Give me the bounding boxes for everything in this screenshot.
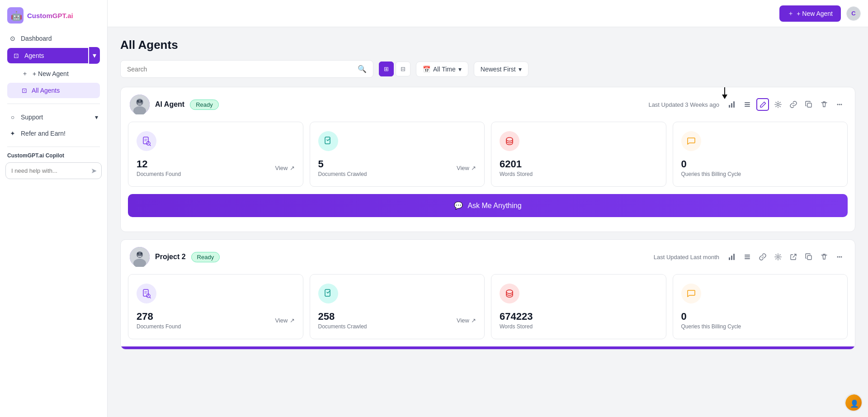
stat-number-2: 278 xyxy=(137,311,181,322)
sidebar-nav: ⊙ Dashboard xyxy=(0,31,107,46)
copy-icon-btn-2[interactable] xyxy=(802,251,815,263)
send-icon[interactable]: ➤ xyxy=(91,166,97,175)
svg-point-26 xyxy=(506,137,513,141)
stat-card-docs-found: 12 Documents Found View ↗ xyxy=(128,122,303,187)
sidebar-item-refer[interactable]: ✦ Refer and Earn! xyxy=(4,126,104,141)
support-label: Support xyxy=(21,114,43,121)
external-link-icon-2 xyxy=(790,253,797,261)
svg-rect-9 xyxy=(729,105,730,108)
svg-point-42 xyxy=(839,256,840,258)
svg-rect-11 xyxy=(733,101,735,108)
stats-icon-btn-2[interactable] xyxy=(726,251,738,263)
more-icon-btn-2[interactable] xyxy=(833,251,846,263)
svg-point-43 xyxy=(841,256,842,258)
support-chevron-icon: ▾ xyxy=(95,114,98,121)
sidebar: 🤖 CustomGPT.ai ⊙ Dashboard ⊡ Agents ▾ ＋ … xyxy=(0,0,108,417)
list-view-button[interactable]: ⊞ xyxy=(379,62,394,76)
svg-line-46 xyxy=(150,297,151,298)
bottom-user-avatar[interactable]: 👤 xyxy=(844,393,863,412)
arrow-line xyxy=(724,87,725,95)
stat-number-words: 6201 xyxy=(500,158,658,170)
view-link-crawled-2[interactable]: View ↗ xyxy=(457,317,476,324)
settings-icon-btn[interactable] xyxy=(772,98,784,111)
list-icon xyxy=(744,101,751,108)
svg-rect-31 xyxy=(138,256,142,257)
sidebar-item-dashboard[interactable]: ⊙ Dashboard xyxy=(4,31,104,46)
copy-icon-btn[interactable] xyxy=(802,98,815,111)
agent-card-header: AI Agent Ready Last Updated 3 Weeks ago xyxy=(121,87,855,122)
stat-icon-wrap xyxy=(137,131,156,151)
svg-rect-30 xyxy=(141,252,142,255)
svg-rect-40 xyxy=(807,256,811,260)
trash-icon-btn[interactable] xyxy=(818,98,830,111)
ask-me-anything-banner[interactable]: 💬 Ask Me Anything xyxy=(128,194,848,217)
dashboard-icon: ⊙ xyxy=(9,35,16,42)
edit-icon-btn[interactable] xyxy=(756,98,769,111)
stats-icon-btn[interactable] xyxy=(726,98,738,111)
link-icon-btn-2[interactable] xyxy=(756,251,769,263)
view-link-crawled[interactable]: View ↗ xyxy=(457,165,476,171)
sort-filter-button[interactable]: Newest First ▾ xyxy=(474,62,528,77)
stat-number-crawled-2: 258 xyxy=(318,311,367,322)
user-avatar[interactable]: C xyxy=(846,6,861,21)
agent-info-2: Project 2 Ready xyxy=(130,247,220,267)
time-filter-button[interactable]: 📅 All Time ▾ xyxy=(416,62,468,77)
agent-stats-row: 12 Documents Found View ↗ xyxy=(121,122,855,194)
agent-info: AI Agent Ready xyxy=(130,95,219,114)
dashboard-label: Dashboard xyxy=(21,35,52,42)
grid-view-button[interactable]: ⊟ xyxy=(396,62,410,76)
list-icon-btn-2[interactable] xyxy=(741,251,754,263)
new-agent-button[interactable]: ＋ + New Agent xyxy=(779,5,841,22)
refer-icon: ✦ xyxy=(9,130,16,137)
link-icon-btn[interactable] xyxy=(787,98,800,111)
svg-text:🤖: 🤖 xyxy=(11,10,22,21)
svg-rect-34 xyxy=(731,256,732,260)
settings-icon-btn-2[interactable] xyxy=(772,251,784,263)
sidebar-item-agents[interactable]: ⊡ Agents xyxy=(7,48,88,63)
sidebar-item-new-agent[interactable]: ＋ + New Agent xyxy=(7,66,100,82)
svg-rect-38 xyxy=(745,258,750,259)
trash-icon-btn-2[interactable] xyxy=(818,251,830,263)
more-icon-btn[interactable] xyxy=(833,98,846,111)
search-wrap[interactable]: 🔍 xyxy=(120,60,373,78)
external-link-btn-2[interactable] xyxy=(787,251,800,263)
ext-icon-crawled-2: ↗ xyxy=(471,317,476,324)
copilot-input[interactable] xyxy=(11,167,87,174)
external-link-icon-crawled: ↗ xyxy=(471,165,476,171)
stat-card-queries: 0 Queries this Billing Cycle xyxy=(673,122,848,187)
chat-icon: 💬 xyxy=(454,201,463,210)
stat-label-queries-2: Queries this Billing Cycle xyxy=(681,323,840,330)
grid-view-icon: ⊟ xyxy=(401,66,406,72)
sidebar-divider-2 xyxy=(7,147,100,147)
stat-label-words-2: Words Stored xyxy=(500,323,658,330)
sidebar-item-support[interactable]: ○ Support ▾ xyxy=(4,109,104,125)
words-stored-icon-2 xyxy=(505,289,514,299)
stat-number: 12 xyxy=(137,158,181,170)
agents-label: Agents xyxy=(24,52,44,59)
status-badge: Ready xyxy=(190,100,219,110)
list-icon-btn[interactable] xyxy=(741,98,754,111)
view-label: View xyxy=(275,165,288,171)
arrow-head xyxy=(722,95,727,99)
view-link[interactable]: View ↗ xyxy=(275,165,295,171)
stat-content-queries-2: 0 Queries this Billing Cycle xyxy=(681,311,840,330)
view-link-2[interactable]: View ↗ xyxy=(275,317,295,324)
stat-icon-wrap-orange xyxy=(681,131,701,151)
agent-last-updated: Last Updated 3 Weeks ago xyxy=(648,101,719,108)
copilot-input-wrap[interactable]: ➤ xyxy=(5,162,102,179)
search-input[interactable] xyxy=(127,66,354,73)
agents-nav-row: ⊡ Agents ▾ xyxy=(4,47,104,64)
stat-info-crawled-2: 258 Documents Crawled xyxy=(318,311,367,330)
time-filter-label: All Time xyxy=(433,66,456,73)
words-stored-icon xyxy=(505,136,514,146)
view-label-crawled: View xyxy=(457,165,469,171)
agent-name: AI Agent xyxy=(155,100,184,109)
sidebar-item-all-agents[interactable]: ⊡ All Agents xyxy=(7,83,100,98)
blue-bottom-bar xyxy=(121,346,855,349)
agents-chevron[interactable]: ▾ xyxy=(89,47,100,64)
sort-filter-label: Newest First xyxy=(481,66,516,73)
stat-icon-wrap-2 xyxy=(137,284,156,303)
agent-avatar-image xyxy=(130,95,150,114)
agent-actions-2: Last Updated Last month xyxy=(654,251,846,263)
calendar-icon: 📅 xyxy=(423,66,430,73)
